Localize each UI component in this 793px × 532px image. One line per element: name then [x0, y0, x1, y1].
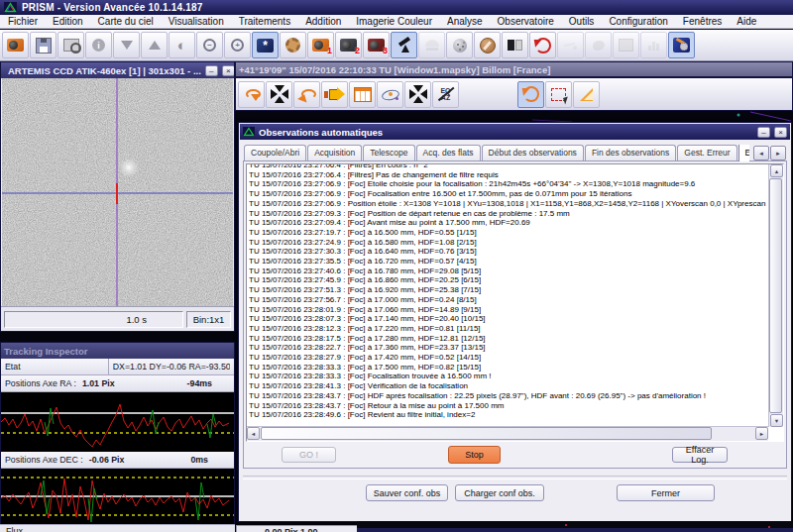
menu-item[interactable]: Edition	[53, 16, 83, 27]
log-line: TU 15/07/2016 23:27:19.7 : [Foc] à 16.50…	[249, 228, 768, 238]
swoosh-up-icon[interactable]	[293, 81, 320, 108]
eq-az-icon[interactable]: EQAZ	[432, 81, 459, 108]
histogram-icon[interactable]	[640, 32, 667, 58]
image-pair-icon[interactable]	[502, 32, 528, 58]
camera-1-icon[interactable]: 1	[307, 32, 334, 58]
scroll-down-icon[interactable]: ▼	[770, 414, 783, 427]
vertical-scroll-thumb[interactable]	[769, 178, 782, 413]
dialog-titlebar[interactable]: Observations automatiques – ×	[240, 124, 790, 140]
tab-scroll-left-icon[interactable]: ◄	[753, 146, 769, 160]
go-button[interactable]: GO !	[282, 447, 336, 463]
angle-tool-icon[interactable]	[573, 81, 600, 108]
ccd-window-titlebar[interactable]: ARTEMIS CCD ATIK-460ex [1] | 301x301 - .…	[1, 62, 234, 78]
automation-icon[interactable]	[668, 32, 695, 58]
skymap-titlebar[interactable]: +41°19'09" 15/07/2016 22:10:33 TU [Windo…	[235, 61, 793, 77]
menu-item[interactable]: Fichier	[8, 16, 38, 27]
tools-icon[interactable]	[474, 32, 501, 58]
swoosh-down-icon[interactable]	[238, 81, 265, 108]
dialog-tab[interactable]: Coupole/Abri	[244, 145, 306, 161]
contrast-icon[interactable]: ◐	[169, 32, 195, 58]
clear-log-button[interactable]: Effacer Log.	[672, 447, 728, 463]
nebula-icon[interactable]	[585, 32, 612, 58]
scroll-left-icon[interactable]: ◄	[247, 427, 260, 440]
log-text[interactable]: TU 15/07/2016 23:27:06.4 : [Filtres] En …	[249, 164, 768, 427]
dialog-tab[interactable]: Telescope	[363, 145, 414, 161]
menu-item[interactable]: Traitements	[239, 16, 290, 27]
close-icon[interactable]: ×	[774, 127, 787, 138]
log-line: TU 15/07/2016 23:27:24.9 : [Foc] à 16.58…	[249, 238, 768, 248]
dialog-tab[interactable]: Fin des observations	[585, 145, 676, 161]
dialog-tab[interactable]: Execution	[738, 145, 749, 161]
horizontal-scroll-thumb[interactable]	[261, 427, 712, 440]
planning-table-icon[interactable]	[349, 81, 376, 108]
info-icon[interactable]: i	[85, 32, 112, 58]
save-icon[interactable]	[30, 32, 57, 58]
move-down-icon[interactable]	[113, 32, 140, 58]
log-line: TU 15/07/2016 23:28:01.9 : [Foc] à 17.06…	[249, 305, 768, 315]
menu-item[interactable]: Outils	[569, 16, 595, 27]
tracking-titlebar[interactable]: Tracking Inspector	[1, 343, 234, 359]
prism-logo-icon	[243, 127, 255, 137]
dialog-tab[interactable]: Début des observations	[482, 145, 584, 161]
celestial-sphere-icon[interactable]	[446, 32, 473, 58]
stop-button[interactable]: Stop	[448, 446, 501, 464]
menu-item[interactable]: Fenêtres	[683, 16, 722, 27]
converge-2-icon[interactable]	[404, 81, 431, 108]
log-line: TU 15/07/2016 23:27:45.9 : [Foc] à 16.86…	[249, 275, 768, 285]
ra-tracking-graph	[1, 392, 234, 452]
menu-item[interactable]: Visualisation	[169, 16, 224, 27]
exposure-field: 1.0 s	[4, 311, 183, 328]
zoom-in-icon[interactable]: +	[224, 32, 251, 58]
ccd-noise-image	[2, 78, 233, 306]
load-config-button[interactable]: Charger conf obs.	[455, 484, 544, 501]
dialog-tab[interactable]: Acquisition	[307, 145, 362, 161]
camera-2-icon[interactable]: 2	[335, 32, 362, 58]
dome-icon[interactable]	[418, 32, 445, 58]
ccd-window: ARTEMIS CCD ATIK-460ex [1] | 301x301 - .…	[0, 61, 235, 332]
zoom-out-icon[interactable]: −	[196, 32, 223, 58]
execution-tab-panel: TU 15/07/2016 23:27:06.4 : [Filtres] En …	[243, 160, 787, 469]
dialog-tab[interactable]: Acq. des flats	[416, 145, 481, 161]
menu-item[interactable]: Observatoire	[498, 16, 554, 27]
menu-item[interactable]: Addition	[305, 16, 341, 27]
minimize-icon[interactable]: –	[205, 65, 218, 76]
scroll-up-icon[interactable]: ▲	[770, 164, 783, 177]
hidden-status-values: 0.00 Pix 1.00	[265, 527, 358, 532]
comet-icon[interactable]	[557, 32, 584, 58]
menu-item[interactable]: Aide	[736, 16, 756, 27]
scroll-right-icon[interactable]: ►	[755, 427, 768, 440]
image-search-icon[interactable]	[57, 32, 84, 58]
flux-label: Flux	[6, 526, 235, 532]
log-line: TU 15/07/2016 23:27:40.6 : [Foc] à 16.78…	[249, 266, 768, 276]
minimize-icon[interactable]: –	[757, 127, 770, 138]
rotate-sync-icon[interactable]	[517, 81, 544, 108]
converge-icon[interactable]	[266, 81, 292, 108]
rotate-icon[interactable]	[529, 32, 556, 58]
camera-acquire-icon[interactable]	[2, 32, 29, 58]
tracking-dec-row: Positions Axe DEC : -0.06 Pix 0ms	[1, 452, 234, 469]
run-arrow-icon[interactable]	[321, 81, 348, 108]
ccd-image-view[interactable]	[2, 78, 233, 306]
menu-item[interactable]: Imagerie Couleur	[356, 16, 432, 27]
solar-system-icon[interactable]	[377, 81, 403, 108]
telescope-icon[interactable]	[391, 32, 417, 58]
vertical-scrollbar[interactable]: ▲ ▼	[768, 164, 783, 427]
tab-scroll-right-icon[interactable]: ►	[770, 146, 786, 160]
close-icon[interactable]: ×	[222, 65, 234, 76]
flat-field-icon[interactable]	[613, 32, 639, 58]
dialog-tab[interactable]: Gest. Erreur	[677, 145, 736, 161]
log-box[interactable]: TU 15/07/2016 23:27:06.4 : [Filtres] En …	[246, 163, 784, 442]
move-up-icon[interactable]	[141, 32, 168, 58]
star-detect-icon[interactable]: *	[252, 32, 279, 58]
menu-item[interactable]: Carte du ciel	[98, 16, 154, 27]
selection-icon[interactable]	[545, 81, 572, 108]
close-dialog-button[interactable]: Fermer	[617, 484, 715, 501]
horizontal-scrollbar[interactable]: ◄ ►	[247, 426, 768, 441]
save-config-button[interactable]: Sauver conf. obs	[366, 484, 448, 501]
menu-item[interactable]: Configuration	[609, 16, 667, 27]
dialog-tabs: Coupole/AbriAcquisitionTelescopeAcq. des…	[244, 145, 749, 161]
camera-3-icon[interactable]: 3	[363, 32, 390, 58]
menu-item[interactable]: Analyse	[447, 16, 483, 27]
app-title-bar[interactable]: PRISM - Version Avancée 10.1.14.187	[0, 0, 793, 15]
gear-icon[interactable]	[280, 32, 306, 58]
